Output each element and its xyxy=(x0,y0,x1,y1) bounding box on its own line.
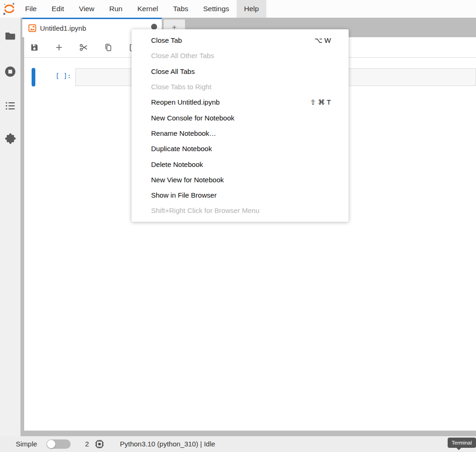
menubar: File Edit View Run Kernel Tabs Settings … xyxy=(0,0,476,18)
tab-context-menu: Close Tab ⌥ W Close All Other Tabs Close… xyxy=(132,29,349,222)
menu-item-close-all-other-tabs: Close All Other Tabs xyxy=(132,48,349,63)
cell-collapser[interactable] xyxy=(32,68,35,86)
cut-icon[interactable] xyxy=(79,43,88,52)
menu-item-duplicate-notebook[interactable]: Duplicate Notebook xyxy=(132,141,349,156)
shortcut-close-tab: ⌥ W xyxy=(314,36,331,45)
menu-item-rename-notebook[interactable]: Rename Notebook… xyxy=(132,126,349,141)
menu-item-delete-notebook[interactable]: Delete Notebook xyxy=(132,156,349,172)
toggle-knob xyxy=(47,440,55,448)
running-kernels-icon[interactable] xyxy=(4,66,16,78)
kernel-chip-icon[interactable] xyxy=(94,439,105,449)
menu-item-show-in-file-browser[interactable]: Show in File Browser xyxy=(132,187,349,203)
shortcut-reopen: ⇧ ⌘ T xyxy=(310,98,331,106)
menu-tabs[interactable]: Tabs xyxy=(165,0,196,18)
copy-icon[interactable] xyxy=(104,43,113,52)
kernel-status-text[interactable]: Python3.10 (python_310) | Idle xyxy=(120,436,215,452)
menu-view[interactable]: View xyxy=(72,0,102,18)
menu-item-new-console[interactable]: New Console for Notebook xyxy=(132,110,349,125)
menu-item-shift-right-click-hint: Shift+Right Click for Browser Menu xyxy=(132,203,349,218)
menu-item-close-tabs-to-right: Close Tabs to Right xyxy=(132,79,349,94)
table-of-contents-icon[interactable] xyxy=(4,100,16,112)
cell-prompt: [ ]: xyxy=(35,72,75,80)
extension-manager-icon[interactable] xyxy=(4,133,16,145)
menu-settings[interactable]: Settings xyxy=(196,0,237,18)
menu-kernel[interactable]: Kernel xyxy=(130,0,165,18)
cursor-click-tooltip: Terminal xyxy=(448,438,476,448)
menu-item-reopen-untitled[interactable]: Reopen Untitled.ipynb ⇧ ⌘ T xyxy=(132,94,349,110)
notebook-file-icon xyxy=(28,24,36,32)
left-sidebar xyxy=(0,18,20,436)
menu-run[interactable]: Run xyxy=(102,0,130,18)
status-bar: Simple 2 Python3.10 (python_310) | Idle … xyxy=(0,436,476,452)
simple-mode-label: Simple xyxy=(16,436,37,452)
menu-item-close-tab[interactable]: Close Tab ⌥ W xyxy=(132,33,349,48)
simple-mode-toggle[interactable] xyxy=(46,439,71,449)
menu-item-close-all-tabs[interactable]: Close All Tabs xyxy=(132,64,349,79)
menu-edit[interactable]: Edit xyxy=(44,0,72,18)
save-icon[interactable] xyxy=(30,43,39,52)
tab-title: Untitled1.ipynb xyxy=(40,24,86,32)
jupyter-logo-icon xyxy=(2,2,16,16)
menu-help[interactable]: Help xyxy=(237,0,266,18)
kernel-count[interactable]: 2 xyxy=(85,436,89,452)
menu-item-new-view[interactable]: New View for Notebook xyxy=(132,172,349,187)
insert-cell-icon[interactable] xyxy=(54,43,64,52)
file-browser-icon[interactable] xyxy=(4,30,16,42)
menu-file[interactable]: File xyxy=(18,0,44,18)
